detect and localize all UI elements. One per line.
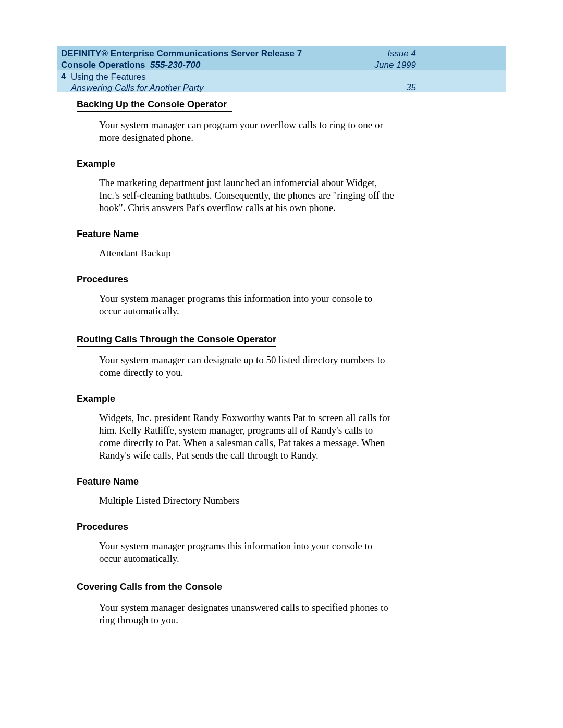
page-header: DEFINITY® Enterprise Communications Serv… xyxy=(57,46,506,92)
subheading-example: Example xyxy=(77,158,421,169)
section: Routing Calls Through the Console Operat… xyxy=(77,334,421,565)
subheading-example: Example xyxy=(77,393,421,404)
issue-text: Issue 4 xyxy=(387,48,416,58)
paragraph: The marketing department just launched a… xyxy=(99,177,396,214)
section-intro: Your system manager can designate up to … xyxy=(99,354,396,379)
paragraph: Multiple Listed Directory Numbers xyxy=(99,495,396,507)
subheading-procedures: Procedures xyxy=(77,274,421,285)
doc-number: 555-230-700 xyxy=(150,60,200,70)
date-text: June 1999 xyxy=(375,60,416,70)
chapter-number: 4 xyxy=(61,70,67,82)
doc-title-line1: DEFINITY® Enterprise Communications Serv… xyxy=(61,48,302,58)
page-body: Backing Up the Console Operator Your sys… xyxy=(77,99,421,626)
section-heading: Routing Calls Through the Console Operat… xyxy=(77,334,276,347)
section-title: Answering Calls for Another Party xyxy=(71,83,203,93)
section-heading: Backing Up the Console Operator xyxy=(77,99,232,112)
section-intro: Your system manager can program your ove… xyxy=(99,119,396,144)
section: Backing Up the Console Operator Your sys… xyxy=(77,99,421,317)
doc-title-line2a: Console Operations xyxy=(61,60,145,70)
page: DEFINITY® Enterprise Communications Serv… xyxy=(0,0,563,728)
breadcrumb: Using the Features Answering Calls for A… xyxy=(67,70,203,93)
doc-meta: Issue 4 June 1999 xyxy=(375,46,506,71)
header-bottom-band: 4 Using the Features Answering Calls for… xyxy=(57,70,506,92)
chapter-title: Using the Features xyxy=(71,72,146,82)
page-number: 35 xyxy=(406,70,506,93)
doc-title: DEFINITY® Enterprise Communications Serv… xyxy=(61,46,302,71)
header-top-band: DEFINITY® Enterprise Communications Serv… xyxy=(57,46,506,70)
paragraph: Attendant Backup xyxy=(99,247,396,260)
paragraph: Your system manager programs this inform… xyxy=(99,292,396,317)
paragraph: Your system manager programs this inform… xyxy=(99,540,396,565)
section-heading: Covering Calls from the Console xyxy=(77,582,258,594)
subheading-procedures: Procedures xyxy=(77,522,421,533)
subheading-feature-name: Feature Name xyxy=(77,229,421,240)
section-intro: Your system manager designates unanswere… xyxy=(99,601,396,626)
paragraph: Widgets, Inc. president Randy Foxworthy … xyxy=(99,412,396,462)
section: Covering Calls from the Console Your sys… xyxy=(77,582,421,626)
subheading-feature-name: Feature Name xyxy=(77,476,421,487)
